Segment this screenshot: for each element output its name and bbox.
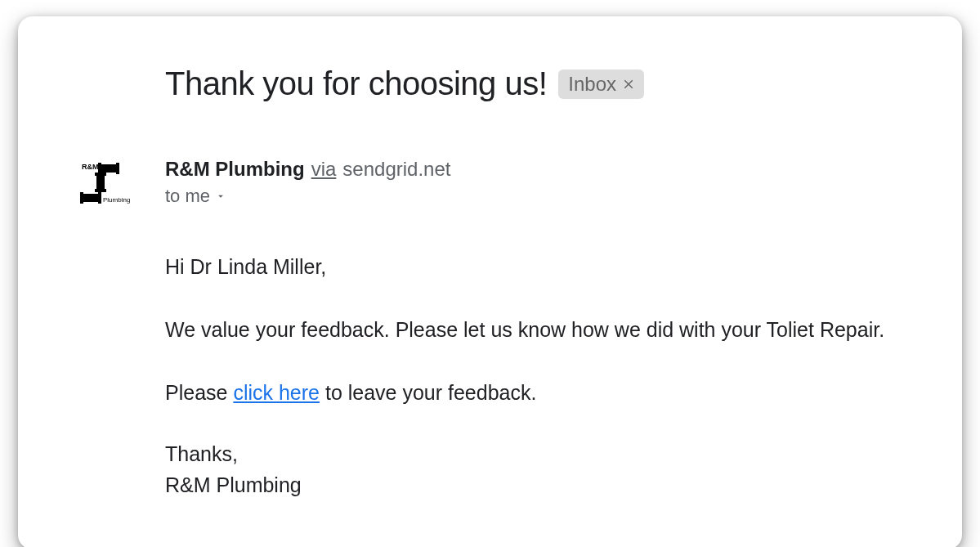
sender-info: R&M Plumbing via sendgrid.net to me [165, 158, 450, 207]
svg-rect-4 [95, 173, 106, 176]
svg-text:Plumbing: Plumbing [103, 196, 130, 204]
via-label[interactable]: via [311, 158, 337, 181]
sender-avatar[interactable]: R&M Plumbing [75, 158, 134, 217]
svg-rect-8 [83, 194, 98, 202]
feedback-link[interactable]: click here [233, 381, 320, 404]
recipient-dropdown[interactable]: to me [165, 186, 450, 207]
svg-rect-1 [98, 163, 101, 174]
cta-line: Please click here to leave your feedback… [165, 377, 905, 409]
signature-block: Thanks, R&M Plumbing [165, 439, 905, 500]
plumbing-logo-icon: R&M Plumbing [75, 158, 134, 217]
svg-rect-6 [95, 189, 106, 192]
signature-name: R&M Plumbing [165, 473, 302, 496]
thanks-text: Thanks, [165, 442, 238, 465]
email-card: Thank you for choosing us! Inbox R&M [18, 16, 962, 547]
please-prefix: Please [165, 381, 233, 404]
sender-line: R&M Plumbing via sendgrid.net [165, 158, 450, 181]
svg-rect-5 [96, 176, 105, 191]
svg-rect-3 [116, 163, 119, 174]
via-domain: sendgrid.net [342, 158, 450, 181]
inbox-label-badge[interactable]: Inbox [558, 69, 644, 99]
sender-name: R&M Plumbing [165, 158, 305, 181]
close-icon[interactable] [621, 77, 636, 92]
sender-row: R&M Plumbing R&M Plumbing via [75, 158, 905, 217]
svg-rect-2 [101, 164, 116, 173]
subject-line: Thank you for choosing us! Inbox [165, 65, 905, 102]
chevron-down-icon [215, 191, 226, 202]
label-text: Inbox [568, 73, 616, 96]
email-body: Hi Dr Linda Miller, We value your feedba… [165, 251, 905, 500]
svg-rect-7 [80, 192, 83, 204]
email-subject: Thank you for choosing us! [165, 65, 547, 102]
please-suffix: to leave your feedback. [320, 381, 536, 404]
svg-rect-9 [98, 192, 101, 204]
to-text: to me [165, 186, 210, 207]
svg-text:R&M: R&M [82, 163, 99, 171]
feedback-request-line: We value your feedback. Please let us kn… [165, 314, 905, 346]
greeting-line: Hi Dr Linda Miller, [165, 251, 905, 283]
